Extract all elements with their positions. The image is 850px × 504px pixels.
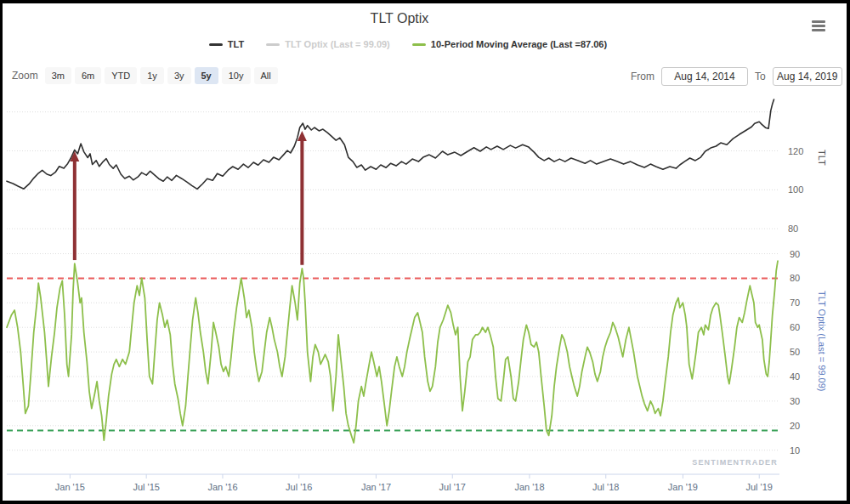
x-axis-label: Jan '16: [207, 482, 237, 492]
x-axis-label: Jul '19: [746, 482, 773, 492]
price-axis-tick-label: 100: [788, 184, 803, 195]
price-axis-tick-label: 120: [788, 146, 803, 156]
price-axis-tick-label: 80: [788, 224, 798, 234]
x-axis-label: Jan '19: [668, 482, 698, 492]
optix-axis-tick-label: 40: [790, 371, 800, 382]
optix-axis-tick-label: 10: [790, 445, 800, 456]
x-axis-label: Jan '17: [361, 482, 391, 492]
chart-plot-area[interactable]: Jan '15Jul '15Jan '16Jul '16Jan '17Jul '…: [0, 0, 850, 504]
optix-axis-tick-label: 70: [790, 297, 800, 308]
tlt-price-line[interactable]: [7, 99, 774, 189]
x-axis-label: Jan '15: [55, 482, 85, 492]
optix-axis-tick-label: 30: [790, 396, 800, 406]
optix-axis-tick-label: 90: [790, 249, 800, 259]
x-axis-label: Jul '17: [439, 482, 466, 492]
sentimentrader-watermark: SENTIMENTRADER: [692, 458, 778, 467]
optix-axis-tick-label: 80: [790, 273, 800, 283]
x-axis-label: Jul '18: [592, 482, 619, 492]
x-axis-label: Jul '16: [286, 482, 312, 492]
x-axis-label: Jul '15: [133, 482, 159, 492]
optix-axis-tick-label: 20: [790, 421, 800, 431]
price-axis-title: TLT: [817, 150, 827, 166]
optix-axis-tick-label: 60: [790, 322, 800, 332]
chart-page: TLT Optix TLT TLT Optix (Last = 99.09) 1…: [0, 0, 850, 504]
optix-axis-title: TLT Optix (Last = 99.09): [817, 291, 827, 392]
optix-axis-tick-label: 50: [790, 347, 800, 357]
x-axis-label: Jan '18: [514, 482, 544, 492]
